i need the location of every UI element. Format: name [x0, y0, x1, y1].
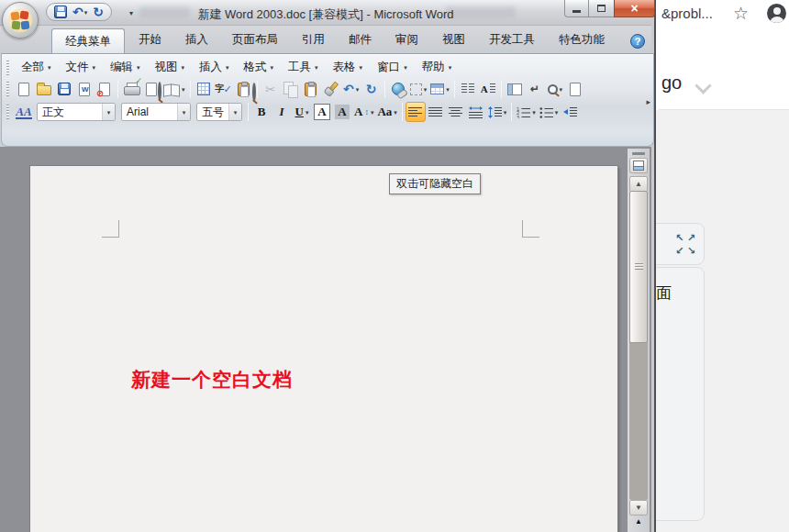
character-border-button[interactable]: A [312, 102, 332, 122]
bookmark-star-icon[interactable]: ☆ [733, 3, 749, 24]
font-combobox[interactable]: Arial ▾ [121, 103, 191, 121]
menu-item-help[interactable]: 帮助▾ [415, 57, 460, 78]
new-document-icon [18, 83, 29, 96]
fit-page-button[interactable] [565, 79, 585, 99]
paste-button[interactable] [301, 79, 321, 99]
menu-item-table[interactable]: 表格▾ [326, 57, 371, 78]
document-page[interactable]: 新建一个空白文档 [30, 166, 617, 532]
clipboard-icon [238, 83, 250, 96]
drag-handle[interactable] [6, 82, 9, 96]
browse-previous-button[interactable]: ▲ [629, 517, 648, 532]
scroll-down-button[interactable]: ▼ [629, 500, 648, 515]
line-spacing-button[interactable]: ▾ [486, 102, 509, 122]
close-button[interactable]: × [614, 0, 655, 17]
open-button[interactable] [34, 79, 54, 99]
toolbar-overflow-icon[interactable]: ▸ [646, 97, 650, 106]
profile-avatar-icon[interactable] [767, 4, 786, 23]
distributed-button[interactable] [466, 102, 486, 122]
undo-button[interactable]: ↶▾ [341, 79, 361, 99]
cut-button[interactable]: ✂ [261, 79, 281, 99]
styles-icon: AA [16, 105, 31, 119]
office-button[interactable] [2, 2, 39, 39]
menu-item-tools[interactable]: 工具▾ [281, 57, 326, 78]
chevron-down-icon[interactable] [695, 77, 711, 94]
tab-review[interactable]: 审阅 [383, 26, 430, 53]
spelling-button[interactable]: 字✓ [214, 79, 234, 99]
minimize-button[interactable] [564, 0, 589, 17]
tab-special-features[interactable]: 特色功能 [547, 26, 617, 53]
italic-button[interactable]: I [272, 102, 292, 122]
split-handle[interactable] [632, 152, 645, 155]
word-document-button[interactable]: W [74, 79, 94, 99]
tab-references[interactable]: 引用 [290, 26, 337, 53]
copy-button[interactable] [281, 79, 301, 99]
justify-button[interactable] [426, 102, 446, 122]
save-icon[interactable] [54, 6, 67, 18]
tab-mailings[interactable]: 邮件 [337, 26, 383, 53]
browser-tab-title[interactable]: &probl... [661, 6, 713, 21]
hide-whitespace-tooltip[interactable]: 双击可隐藏空白 [389, 173, 481, 194]
style-combobox[interactable]: 正文 ▾ [37, 103, 116, 121]
underline-button[interactable]: U▾ [292, 102, 312, 122]
align-center-button[interactable] [446, 102, 466, 122]
scroll-up-button[interactable]: ▲ [629, 176, 648, 192]
numbered-list-button[interactable]: 123 ▾ [515, 102, 538, 122]
font-size-combobox[interactable]: 五号 ▾ [196, 103, 242, 121]
new-document-button[interactable] [14, 79, 34, 99]
print-button[interactable]: ✓ [121, 79, 141, 99]
tab-view[interactable]: 视图 [430, 26, 477, 53]
document-map-button[interactable] [505, 79, 525, 99]
zoom-button[interactable]: ▾ [545, 79, 565, 99]
save-button[interactable] [54, 79, 74, 99]
print-preview-button[interactable] [141, 79, 161, 99]
divider [659, 109, 789, 110]
menu-item-all[interactable]: 全部▾ [14, 57, 59, 78]
insert-table-button[interactable]: ▾ [428, 79, 451, 99]
restore-button[interactable] [589, 0, 614, 17]
bold-button[interactable]: B [251, 102, 272, 122]
menu-item-file[interactable]: 文件▾ [59, 57, 104, 78]
reading-layout-button[interactable]: ▾ [161, 79, 187, 99]
borders-button[interactable]: ▾ [408, 79, 429, 99]
undo-button[interactable]: ↶ ▾ [72, 6, 87, 18]
expand-arrows-icon[interactable]: ↖ ↗ ↙ ↘ [673, 231, 697, 257]
tab-home[interactable]: 开始 [127, 26, 173, 53]
drag-handle[interactable] [6, 61, 9, 75]
help-icon[interactable]: ? [630, 34, 645, 49]
decrease-indent-button[interactable] [560, 102, 580, 122]
menu-item-insert[interactable]: 插入▾ [192, 57, 237, 78]
align-left-button[interactable] [406, 102, 426, 122]
menu-item-view[interactable]: 视图▾ [148, 57, 193, 78]
columns-button[interactable] [458, 79, 478, 99]
drag-handle[interactable] [6, 105, 9, 119]
bullet-list-button[interactable]: ▾ [538, 102, 561, 122]
format-painter-button[interactable] [321, 79, 341, 99]
menu-item-window[interactable]: 窗口▾ [370, 57, 415, 78]
tab-developer[interactable]: 开发工具 [477, 26, 547, 53]
customize-qat-icon[interactable]: ▾ [129, 9, 133, 17]
formatting-marks-button[interactable]: ↵ [525, 79, 545, 99]
permission-button[interactable]: ⊘ [94, 79, 115, 99]
manuscript-grid-button[interactable] [194, 79, 214, 99]
tab-classic-menu[interactable]: 经典菜单 [51, 28, 125, 53]
formatting-toolbar: AA 正文 ▾ Arial ▾ 五号 ▾ B I U▾ A A [4, 100, 651, 124]
chevron-down-icon: ▾ [449, 64, 452, 71]
brush-icon [324, 83, 338, 96]
scrollbar-thumb[interactable] [629, 191, 648, 343]
undo-icon: ↶ [72, 6, 83, 18]
tab-insert[interactable]: 插入 [173, 26, 220, 53]
research-button[interactable] [234, 79, 254, 99]
ruler-icon [633, 161, 644, 171]
redo-button[interactable]: ↻ [361, 79, 382, 99]
character-shading-button[interactable]: A [332, 102, 352, 122]
char-spacing-button[interactable]: A [478, 79, 498, 99]
change-case-button[interactable]: Aa▾ [375, 102, 398, 122]
menu-item-format[interactable]: 格式▾ [237, 57, 282, 78]
ruler-toggle-button[interactable] [629, 158, 648, 173]
menu-item-edit[interactable]: 编辑▾ [103, 57, 148, 78]
hyperlink-button[interactable] [388, 79, 408, 99]
styles-button[interactable]: AA [14, 102, 34, 122]
character-scale-button[interactable]: A↕▾ [352, 102, 375, 122]
redo-icon[interactable]: ↻ [93, 6, 104, 18]
tab-page-layout[interactable]: 页面布局 [220, 26, 290, 53]
